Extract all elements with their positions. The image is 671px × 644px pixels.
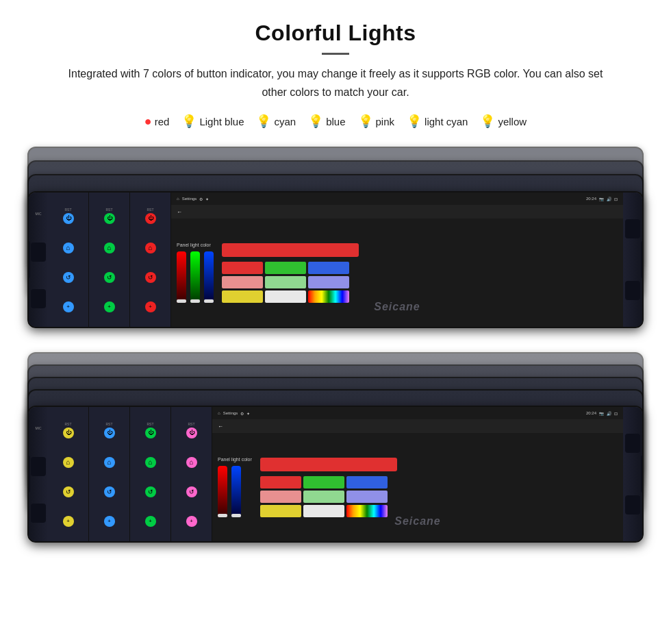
btn-vol-blue[interactable]: + xyxy=(63,301,74,312)
swatch-r3-rainbow[interactable] xyxy=(308,290,349,303)
btn-vol-blue-b[interactable]: + xyxy=(104,516,115,527)
btn-back-green-b[interactable]: ↺ xyxy=(145,486,156,497)
btn-home-yellow[interactable]: ⌂ xyxy=(63,457,74,468)
swatch-row-3 xyxy=(222,290,359,303)
home-icon[interactable]: ⌂ xyxy=(177,197,179,201)
btn-back-blue[interactable]: ↺ xyxy=(63,272,74,283)
swatch-top-red[interactable] xyxy=(222,243,359,257)
swatch-b3-rainbow[interactable] xyxy=(346,505,388,517)
mic-label: MIC xyxy=(35,212,41,216)
swatch-r3-white[interactable] xyxy=(265,290,306,303)
swatch-b3-yellow[interactable] xyxy=(260,505,301,517)
swatch-b1-blue[interactable] xyxy=(346,476,388,488)
front-unit-bottom: MIC RST ⏻ ⌂ ↺ + xyxy=(27,406,644,543)
btn-back-blue-b[interactable]: ↺ xyxy=(104,486,115,497)
mic-label-b: MIC xyxy=(35,426,41,430)
red-thumb-b[interactable] xyxy=(218,514,227,517)
back-btn-b[interactable]: ← xyxy=(218,423,223,430)
legend-blue: 💡 blue xyxy=(308,114,345,129)
swatch-r1-red[interactable] xyxy=(222,262,263,274)
legend-red: ● red xyxy=(144,114,170,129)
right-handle-b xyxy=(641,456,644,493)
btn-power-blue[interactable]: ⏻ xyxy=(63,213,74,224)
bulb-cyan-icon: 💡 xyxy=(256,114,271,129)
blue-slider[interactable] xyxy=(204,251,214,303)
back-btn[interactable]: ← xyxy=(177,209,182,215)
btn-home-blue-b[interactable]: ⌂ xyxy=(104,457,115,468)
swatch-r2-lightblue[interactable] xyxy=(308,276,349,288)
left-bracket-b: MIC xyxy=(29,407,48,541)
home-icon-b[interactable]: ⌂ xyxy=(218,411,220,415)
swatch-b1-red[interactable] xyxy=(260,476,301,488)
red-slider-b[interactable] xyxy=(218,466,227,517)
left-panels-bottom: RST ⏻ ⌂ ↺ + RST ⏻ ⌂ ↺ + xyxy=(48,407,212,541)
swatch-b2-lightred[interactable] xyxy=(260,491,301,503)
red-thumb[interactable] xyxy=(177,299,186,303)
left-panel-green-b: RST ⏻ ⌂ ↺ + xyxy=(130,407,171,541)
sliders-row xyxy=(177,251,214,303)
btn-vol-red[interactable]: + xyxy=(145,301,156,312)
signal-icon: ✦ xyxy=(205,197,209,201)
blue-thumb-b[interactable] xyxy=(231,514,241,517)
btn-vol-pink[interactable]: + xyxy=(186,516,197,527)
bulb-red-icon: ● xyxy=(144,114,152,129)
btn-power-pink[interactable]: ⏻ xyxy=(186,428,197,438)
swatch-row-2 xyxy=(222,276,359,288)
swatch-r2-lightred[interactable] xyxy=(222,276,263,288)
label-pink: pink xyxy=(376,116,395,127)
btn-home-red[interactable]: ⌂ xyxy=(145,243,156,253)
gear-icon-b: ⚙ xyxy=(240,411,244,416)
blue-slider-wrap xyxy=(204,251,214,303)
bracket-tab-rb2 xyxy=(625,495,640,515)
settings-body-b: Panel light color xyxy=(212,433,623,541)
btn-home-blue[interactable]: ⌂ xyxy=(63,243,74,253)
btn-home-green[interactable]: ⌂ xyxy=(104,243,115,253)
swatch-b1-green[interactable] xyxy=(303,476,344,488)
btn-vol-green[interactable]: + xyxy=(104,301,115,312)
btn-home-green-b[interactable]: ⌂ xyxy=(145,457,156,468)
page-container: Colorful Lights Integrated with 7 colors… xyxy=(0,0,671,565)
swatch-top-red-b[interactable] xyxy=(260,458,397,471)
swatch-b2-lightgreen[interactable] xyxy=(303,491,344,503)
camera-icon: 📷 xyxy=(599,197,604,201)
bar-left: ⌂ Settings ⚙ ✦ xyxy=(177,197,209,201)
bracket-tab-r1 xyxy=(625,219,640,238)
btn-rst-g: RST ⏻ xyxy=(104,208,115,224)
android-icon: ⊡ xyxy=(614,197,618,201)
swatch-b3-white[interactable] xyxy=(303,505,344,517)
left-bracket: MIC xyxy=(29,193,48,327)
green-thumb[interactable] xyxy=(190,299,200,303)
btn-back-green[interactable]: ↺ xyxy=(104,272,115,283)
btn-back-yellow[interactable]: ↺ xyxy=(63,486,74,497)
btn-back-red[interactable]: ↺ xyxy=(145,272,156,283)
btn-power-red[interactable]: ⏻ xyxy=(145,213,156,224)
btn-power-green[interactable]: ⏻ xyxy=(104,213,115,224)
camera-icon-b: 📷 xyxy=(599,411,604,416)
blue-slider-b[interactable] xyxy=(231,466,241,517)
settings-body: Panel light color xyxy=(171,219,623,327)
swatch-b2-lightblue[interactable] xyxy=(346,491,388,503)
bar-left-b: ⌂ Settings ⚙ ✦ xyxy=(218,411,250,416)
btn-power-green-b[interactable]: ⏻ xyxy=(145,428,156,438)
sliders-container-b: Panel light color xyxy=(218,457,252,517)
btn-power-blue-b[interactable]: ⏻ xyxy=(104,428,115,438)
btn-rst-g2: RST ⏻ xyxy=(145,422,156,438)
gear-icon: ⚙ xyxy=(199,197,203,201)
btn-vol-yellow[interactable]: + xyxy=(63,516,74,527)
btn-vol-green-b[interactable]: + xyxy=(145,516,156,527)
label-blue: blue xyxy=(326,116,345,127)
swatch-r2-lightgreen[interactable] xyxy=(265,276,306,288)
btn-back-pink[interactable]: ↺ xyxy=(186,486,197,497)
btn-home-pink[interactable]: ⌂ xyxy=(186,457,197,468)
green-slider[interactable] xyxy=(190,251,200,303)
btn-power-yellow[interactable]: ⏻ xyxy=(63,428,74,438)
blue-thumb[interactable] xyxy=(204,299,214,303)
swatch-r1-blue[interactable] xyxy=(308,262,349,274)
bulb-yellow-icon: 💡 xyxy=(480,114,495,129)
label-lightcyan: light cyan xyxy=(425,116,468,127)
swatch-r1-green[interactable] xyxy=(265,262,306,274)
right-handle xyxy=(641,241,644,279)
swatch-r3-yellow[interactable] xyxy=(222,290,263,303)
red-slider-wrap-b xyxy=(218,466,227,517)
red-slider[interactable] xyxy=(177,251,186,303)
